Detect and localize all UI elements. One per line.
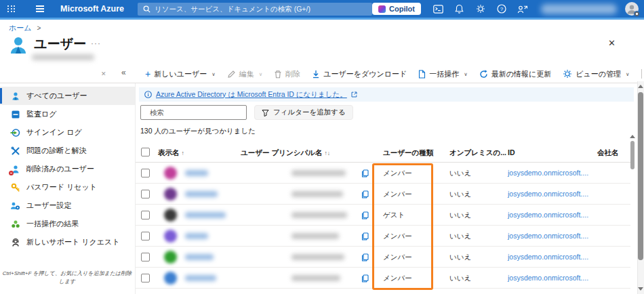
help-button[interactable]: ? [491,4,512,14]
id-link[interactable]: josysdemo.onmicrosoft.... [508,169,588,177]
sidebar-item-bulk-results[interactable]: 一括操作の結果 [0,215,135,233]
refresh-button[interactable]: 最新の情報に更新 [479,69,552,79]
display-name-redacted[interactable] [185,233,208,239]
display-name-redacted[interactable] [185,191,218,197]
page-scrollbar-thumb[interactable] [638,92,643,260]
display-name-redacted[interactable] [185,170,208,176]
user-settings-icon [10,201,20,211]
avatar [164,272,177,285]
users-blade-icon [8,35,28,58]
table-scrollbar-up-arrow[interactable] [630,135,635,138]
avatar[interactable] [625,2,639,16]
download-users-button[interactable]: ユーザーをダウンロード [312,69,407,79]
question-icon: ? [497,4,506,14]
close-icon[interactable]: ✕ [608,38,616,48]
hamburger-icon[interactable] [36,5,44,12]
copy-icon[interactable] [361,231,369,243]
on-premises-cell: いいえ [449,190,471,199]
result-count: 130 人のユーザーが見つかりました [140,127,256,136]
row-checkbox[interactable] [141,232,150,240]
entra-banner-link[interactable]: Azure Active Directory は Microsoft Entra… [156,90,347,100]
global-search[interactable] [138,3,372,16]
manage-views-button[interactable]: ビューの管理 ∨ [563,69,629,79]
column-header-company[interactable]: 会社名 [597,148,619,158]
page-scrollbar-up-arrow[interactable] [638,85,643,88]
table-row[interactable]: ゲスト いいえ josysdemo.onmicrosoft.... [136,205,630,226]
column-header-user-type[interactable]: ユーザーの種類 [383,148,433,158]
display-name-redacted[interactable] [185,275,216,281]
global-search-input[interactable] [155,5,367,13]
breadcrumb-home-link[interactable]: ホーム [9,24,32,32]
external-link-icon [351,91,357,98]
azure-brand[interactable]: Microsoft Azure [60,4,124,14]
entra-info-banner: Azure Active Directory は Microsoft Entra… [139,87,634,102]
row-checkbox[interactable] [141,274,150,282]
copy-icon[interactable] [361,168,369,180]
audit-log-icon [10,109,20,119]
copilot-button[interactable]: Copilot [372,3,421,15]
bell-icon [455,4,464,14]
sidebar-item-diagnose-solve[interactable]: 問題の診断と解決 [0,142,135,160]
id-link[interactable]: josysdemo.onmicrosoft.... [508,253,588,261]
sidebar-item-password-reset[interactable]: パスワード リセット [0,178,135,196]
sidebar-item-label: すべてのユーザー [26,91,87,101]
waffle-icon[interactable] [7,5,16,12]
row-checkbox[interactable] [141,253,150,261]
notifications-button[interactable] [449,4,470,14]
topbar-accent-strip [0,18,644,20]
on-premises-cell: いいえ [449,169,471,178]
table-scrollbar-thumb[interactable] [630,141,635,169]
sidebar-item-new-support-request[interactable]: 新しいサポート リクエスト [0,233,135,251]
user-type-cell: メンバー [383,232,412,241]
cloud-shell-button[interactable] [428,5,449,14]
add-filter-button[interactable]: フィルターを追加する [254,105,353,120]
id-link[interactable]: josysdemo.onmicrosoft.... [508,211,588,219]
column-header-upn[interactable]: ユーザー プリンシパル名↑↓ [241,148,330,158]
table-row[interactable]: メンバー いいえ josysdemo.onmicrosoft.... [136,247,630,268]
table-row[interactable]: メンバー いいえ josysdemo.onmicrosoft.... [136,226,630,247]
blade-sidebar: すべてのユーザー 監査ログ サインイン ログ 問題の診断と解決 削除済みのユーザ… [0,83,136,294]
copy-icon[interactable] [361,273,369,285]
id-link[interactable]: josysdemo.onmicrosoft.... [508,232,588,240]
copy-icon[interactable] [361,252,369,264]
bulk-operations-button[interactable]: 一括操作 ∨ [418,69,468,79]
delete-button[interactable]: 削除 [274,69,300,79]
row-checkbox[interactable] [141,190,150,198]
user-search-box[interactable] [140,105,247,120]
settings-button[interactable] [470,4,491,14]
sidebar-item-audit-logs[interactable]: 監査ログ [0,105,135,123]
feedback-button[interactable] [512,5,533,14]
page-scrollbar-down-arrow[interactable] [638,287,643,291]
user-search-input[interactable] [150,108,241,117]
sidebar-item-user-settings[interactable]: ユーザー設定 [0,196,135,215]
download-users-label: ユーザーをダウンロード [323,69,407,79]
id-link[interactable]: josysdemo.onmicrosoft.... [508,274,588,282]
select-all-checkbox[interactable] [141,148,150,156]
column-header-id[interactable]: ID [508,148,515,156]
table-row[interactable]: メンバー いいえ josysdemo.onmicrosoft.... [136,163,630,184]
copy-icon[interactable] [361,189,369,201]
avatar [164,167,177,180]
sidebar-item-all-users[interactable]: すべてのユーザー [0,87,135,105]
row-checkbox[interactable] [141,211,150,219]
copy-icon[interactable] [361,210,369,222]
edit-button[interactable]: 編集 ∨ [227,69,263,79]
table-row[interactable]: メンバー いいえ josysdemo.onmicrosoft.... [136,184,630,205]
menu-dismiss-icon[interactable]: ✕ [101,70,106,77]
column-header-on-premises[interactable]: オンプレミスの... [449,148,506,158]
sidebar-item-signin-logs[interactable]: サインイン ログ [0,123,135,142]
breadcrumb: ホーム > [9,23,41,33]
sidebar-item-deleted-users[interactable]: 削除済みのユーザー [0,160,135,178]
edit-label: 編集 [239,69,254,79]
table-row[interactable]: メンバー いいえ josysdemo.onmicrosoft.... [136,268,630,289]
display-name-redacted[interactable] [185,254,214,260]
menu-collapse-icon[interactable]: « [121,68,126,77]
column-header-display-name[interactable]: 表示名↑ [158,148,184,158]
sidebar-item-label: パスワード リセット [26,182,97,192]
title-overflow-icon[interactable]: ··· [91,39,101,48]
row-checkbox[interactable] [141,169,150,177]
bulk-operations-label: 一括操作 [429,69,459,79]
display-name-redacted[interactable] [185,212,226,218]
new-user-button[interactable]: + 新しいユーザー ∨ [145,69,216,79]
id-link[interactable]: josysdemo.onmicrosoft.... [508,190,588,198]
